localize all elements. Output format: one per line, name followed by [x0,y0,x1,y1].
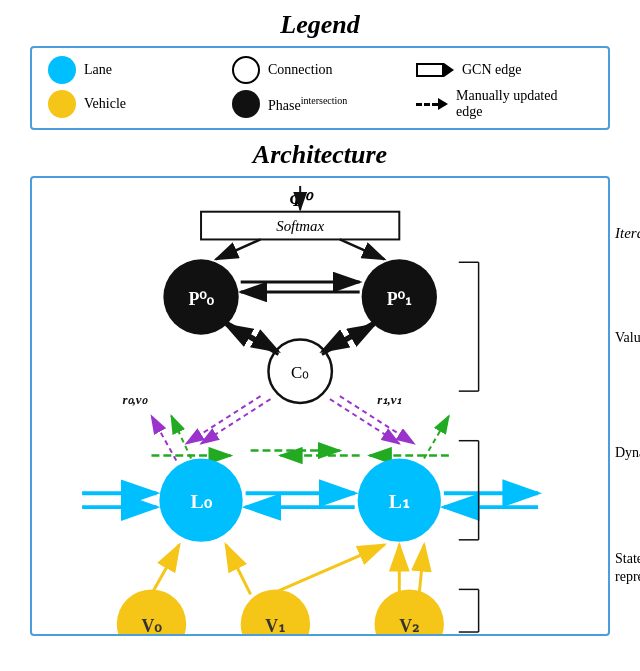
connection-label: Connection [268,62,333,78]
svg-text:r₁,v₁: r₁,v₁ [377,393,401,407]
svg-line-52 [270,545,384,595]
dynamics-label: Dynamics [615,445,640,461]
svg-line-29 [186,396,260,444]
svg-text:L₀: L₀ [190,490,212,512]
right-label-value-prior: Value & Prior β+1 [615,319,640,357]
svg-text:P⁰₀: P⁰₀ [188,289,214,309]
gcn-label: GCN edge [462,62,522,78]
svg-line-16 [216,239,261,259]
svg-line-20 [322,322,375,352]
svg-text:V₂: V₂ [399,616,419,634]
arch-box: Φ⁰ Softmax P⁰₀ P⁰₁ C₀ [30,176,610,636]
lane-label: Lane [84,62,112,78]
legend-item-phase: Phaseintersection [232,88,408,120]
state-rep-label: Staterepresentation [615,550,640,586]
value-prior-label: Value & Prior [615,329,640,347]
page: Legend Lane Connection GCN edge Vehicle [0,0,640,671]
manual-label: Manually updatededge [456,88,557,120]
svg-line-30 [201,399,270,444]
right-label-state: Staterepresentation 1 [615,549,640,587]
vehicle-label: Vehicle [84,96,126,112]
legend-item-manual: Manually updatededge [416,88,592,120]
iterations-label: Iterations [615,225,640,242]
svg-line-50 [151,545,179,595]
svg-line-51 [226,545,251,595]
svg-text:V₁: V₁ [265,616,285,634]
connection-icon [232,56,260,84]
svg-text:r₀,v₀: r₀,v₀ [122,393,148,407]
arch-title: Architecture [253,140,387,170]
svg-text:Softmax: Softmax [276,218,324,234]
svg-text:Φ⁰: Φ⁰ [290,190,315,210]
svg-line-19 [226,325,279,355]
legend-item-connection: Connection [232,56,408,84]
vehicle-icon [48,90,76,118]
legend-box: Lane Connection GCN edge Vehicle Phasein… [30,46,610,130]
svg-text:L₁: L₁ [389,490,410,512]
legend-item-gcn: GCN edge [416,56,592,84]
svg-line-65 [171,416,191,459]
svg-text:V₀: V₀ [141,616,162,634]
phase-icon [232,90,260,118]
svg-line-17 [340,239,385,259]
manual-arrow-icon [416,98,448,110]
svg-line-18 [226,322,279,352]
legend-title: Legend [280,10,359,40]
svg-line-64 [151,416,176,461]
svg-line-66 [424,416,449,459]
gcn-arrow-icon [416,63,454,77]
right-label-dynamics: Dynamics β [615,434,640,472]
arch-diagram: Φ⁰ Softmax P⁰₀ P⁰₁ C₀ [32,178,608,634]
svg-line-21 [322,325,375,355]
phase-label: Phaseintersection [268,95,347,114]
right-label-iterations: Iterations [615,225,640,242]
lane-icon [48,56,76,84]
legend-item-vehicle: Vehicle [48,88,224,120]
svg-line-54 [419,545,424,595]
legend-item-lane: Lane [48,56,224,84]
svg-text:P⁰₁: P⁰₁ [387,289,412,309]
svg-text:C₀: C₀ [291,363,309,382]
